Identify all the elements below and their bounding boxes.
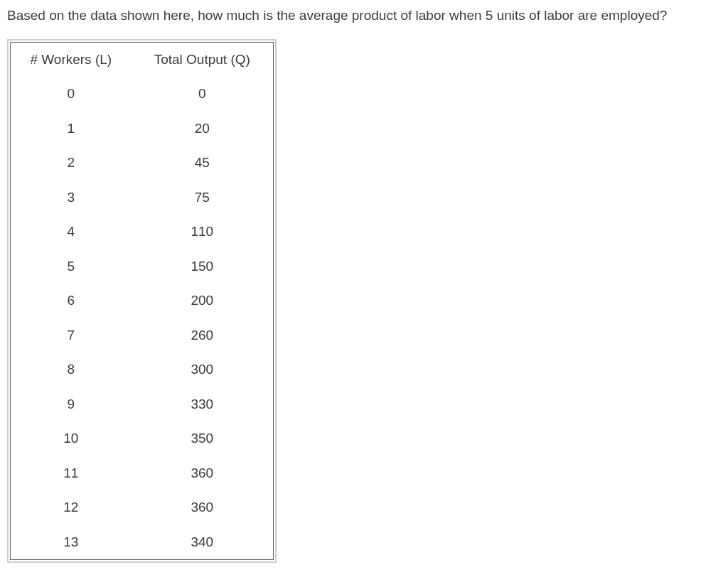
cell-output: 110: [132, 215, 274, 249]
header-workers: # Workers (L): [11, 42, 132, 77]
cell-workers: 13: [11, 525, 132, 560]
table-row: 4110: [11, 215, 274, 249]
table-row: 13340: [11, 525, 274, 560]
cell-output: 300: [132, 352, 274, 387]
cell-workers: 2: [11, 146, 132, 181]
table-row: 5150: [11, 249, 274, 284]
table-row: 245: [11, 146, 274, 181]
cell-output: 20: [132, 112, 274, 146]
cell-output: 360: [132, 456, 274, 491]
cell-output: 360: [132, 490, 274, 525]
data-table: # Workers (L) Total Output (Q) 001202453…: [10, 42, 274, 561]
cell-output: 350: [132, 421, 274, 456]
table-row: 9330: [11, 387, 274, 422]
cell-workers: 7: [11, 318, 132, 353]
cell-output: 0: [132, 77, 274, 112]
cell-workers: 11: [11, 456, 132, 491]
cell-output: 45: [132, 146, 274, 181]
cell-workers: 12: [11, 490, 132, 525]
cell-workers: 3: [11, 181, 132, 215]
cell-workers: 1: [11, 112, 132, 146]
cell-output: 75: [132, 181, 274, 215]
table-row: 6200: [11, 284, 274, 318]
cell-output: 260: [132, 318, 274, 353]
cell-output: 340: [132, 525, 274, 560]
cell-workers: 6: [11, 284, 132, 318]
cell-output: 200: [132, 284, 274, 318]
table-row: 120: [11, 112, 274, 146]
table-row: 8300: [11, 352, 274, 387]
cell-output: 150: [132, 249, 274, 284]
cell-workers: 8: [11, 352, 132, 387]
cell-workers: 9: [11, 387, 132, 422]
table-row: 11360: [11, 456, 274, 491]
header-output: Total Output (Q): [132, 42, 274, 77]
cell-workers: 5: [11, 249, 132, 284]
question-text: Based on the data shown here, how much i…: [7, 6, 721, 26]
table-row: 00: [11, 77, 274, 112]
table-row: 10350: [11, 421, 274, 456]
table-row: 375: [11, 181, 274, 215]
cell-output: 330: [132, 387, 274, 422]
table-row: 7260: [11, 318, 274, 353]
data-table-container: # Workers (L) Total Output (Q) 001202453…: [7, 39, 277, 564]
cell-workers: 4: [11, 215, 132, 249]
cell-workers: 0: [11, 77, 132, 112]
cell-workers: 10: [11, 421, 132, 456]
table-row: 12360: [11, 490, 274, 525]
